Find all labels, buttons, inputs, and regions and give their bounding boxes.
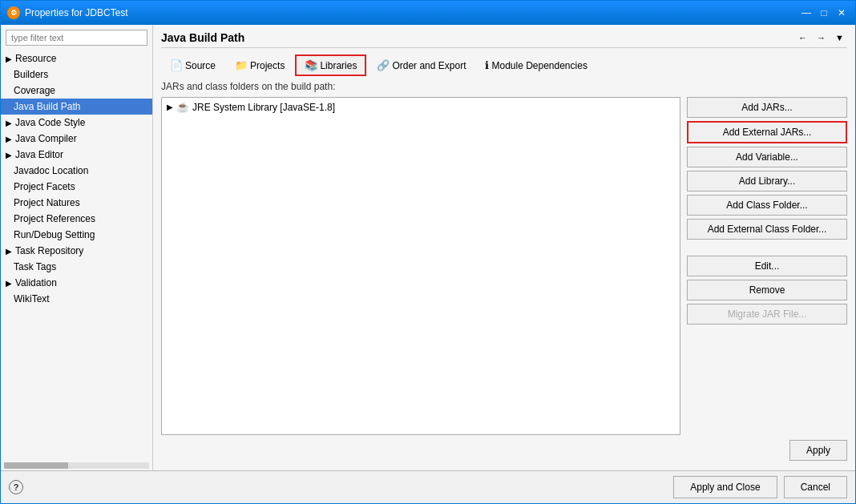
sidebar-item-label: WikiText [14,293,50,304]
footer-buttons: Apply and Close Cancel [673,476,847,498]
tab-libraries[interactable]: 📚Libraries [295,54,366,76]
sidebar: ▶ResourceBuildersCoverageJava Build Path… [1,25,153,470]
sidebar-item-label: Builders [14,69,48,80]
sidebar-item-label: Task Repository [15,245,83,256]
sidebar-item-project-facets[interactable]: Project Facets [1,179,152,195]
sidebar-item-task-repository[interactable]: ▶Task Repository [1,243,152,259]
nav-dropdown-button[interactable]: ▼ [832,31,847,44]
sidebar-item-javadoc-location[interactable]: Javadoc Location [1,163,152,179]
sidebar-item-label: Java Compiler [15,133,77,144]
content-area: ▶ResourceBuildersCoverageJava Build Path… [1,25,855,470]
sidebar-item-coverage[interactable]: Coverage [1,83,152,99]
expand-arrow-icon: ▶ [6,119,12,127]
sidebar-item-java-code-style[interactable]: ▶Java Code Style [1,115,152,131]
sidebar-item-java-editor[interactable]: ▶Java Editor [1,147,152,163]
panel-title: Java Build Path ← → ▼ [161,31,847,48]
remove-button[interactable]: Remove [687,280,847,300]
expand-arrow-icon: ▶ [6,151,12,159]
sidebar-item-label: Project Natures [14,197,80,208]
sidebar-item-project-natures[interactable]: Project Natures [1,195,152,211]
sidebar-item-java-build-path[interactable]: Java Build Path [1,99,152,115]
tree-item[interactable]: ▶☕JRE System Library [JavaSE-1.8] [164,99,678,115]
help-button[interactable]: ? [9,480,23,494]
tab-order-export[interactable]: 🔗Order and Export [368,55,474,75]
add-class-folder-button[interactable]: Add Class Folder... [687,195,847,216]
tab-module-dependencies[interactable]: ℹModule Dependencies [476,55,596,75]
sidebar-scrollbar[interactable] [4,462,149,469]
main-panel: Java Build Path ← → ▼ 📄Source📁Projects📚L… [153,25,855,470]
module-dependencies-tab-label: Module Dependencies [491,60,587,71]
sidebar-item-label: Javadoc Location [14,165,88,176]
sidebar-item-builders[interactable]: Builders [1,67,152,83]
sidebar-item-label: Project Facets [14,181,75,192]
module-dependencies-tab-icon: ℹ [485,59,489,71]
properties-window: ⚙ Properties for JDBCTest — □ ✕ ▶Resourc… [0,0,856,504]
sidebar-item-label: Resource [15,53,56,64]
order-export-tab-icon: 🔗 [377,59,390,71]
tab-projects[interactable]: 📁Projects [226,55,293,75]
expand-arrow-icon: ▶ [6,247,12,256]
expand-arrow-icon: ▶ [6,135,12,143]
sidebar-item-label: Project References [14,213,95,224]
libraries-tree[interactable]: ▶☕JRE System Library [JavaSE-1.8] [161,97,680,435]
tree-item-label: JRE System Library [JavaSE-1.8] [192,102,335,113]
projects-tab-icon: 📁 [235,59,248,71]
tabs: 📄Source📁Projects📚Libraries🔗Order and Exp… [161,54,847,76]
sidebar-item-validation[interactable]: ▶Validation [1,275,152,291]
sidebar-item-java-compiler[interactable]: ▶Java Compiler [1,131,152,147]
order-export-tab-label: Order and Export [392,60,466,71]
projects-tab-label: Projects [250,60,285,71]
migrate-jar-file-button: Migrate JAR File... [687,304,847,325]
build-path-area: ▶☕JRE System Library [JavaSE-1.8] Add JA… [161,97,847,435]
add-external-class-folder-button[interactable]: Add External Class Folder... [687,219,847,240]
sidebar-item-label: Task Tags [14,261,56,272]
edit-button[interactable]: Edit... [687,256,847,276]
sidebar-item-label: Run/Debug Setting [14,229,95,240]
sidebar-items: ▶ResourceBuildersCoverageJava Build Path… [1,50,152,461]
sidebar-item-label: Java Code Style [15,117,85,128]
expand-arrow-icon: ▶ [6,279,12,288]
build-path-description: JARs and class folders on the build path… [161,81,847,92]
maximize-button[interactable]: □ [817,6,831,20]
tab-source[interactable]: 📄Source [161,55,224,75]
sidebar-item-wikitext[interactable]: WikiText [1,291,152,307]
window-icon: ⚙ [7,6,20,19]
source-tab-label: Source [185,60,216,71]
apply-close-button[interactable]: Apply and Close [673,476,777,498]
footer: ? Apply and Close Cancel [1,470,855,503]
add-external-jars-button[interactable]: Add External JARs... [687,121,847,143]
cancel-button[interactable]: Cancel [784,476,847,498]
nav-back-button[interactable]: ← [795,31,810,44]
close-button[interactable]: ✕ [834,6,849,20]
action-buttons-panel: Add JARs...Add External JARs...Add Varia… [687,97,847,435]
apply-button[interactable]: Apply [789,440,847,461]
title-bar-controls: — □ ✕ [799,6,849,20]
minimize-button[interactable]: — [799,6,814,20]
sidebar-item-run-debug-setting[interactable]: Run/Debug Setting [1,227,152,243]
title-bar: ⚙ Properties for JDBCTest — □ ✕ [1,1,855,25]
sidebar-item-task-tags[interactable]: Task Tags [1,259,152,275]
sidebar-item-label: Validation [15,277,57,288]
nav-forward-button[interactable]: → [814,31,829,44]
libraries-tab-label: Libraries [320,60,357,71]
window-title: Properties for JDBCTest [25,7,799,18]
button-spacer [687,243,847,252]
libraries-tab-icon: 📚 [305,59,317,71]
sidebar-item-resource[interactable]: ▶Resource [1,50,152,67]
add-library-button[interactable]: Add Library... [687,171,847,192]
sidebar-item-label: Coverage [14,85,55,96]
tree-expand-icon: ▶ [167,103,173,111]
sidebar-item-project-references[interactable]: Project References [1,211,152,227]
sidebar-item-label: Java Build Path [14,101,80,112]
panel-nav: ← → ▼ [795,31,847,44]
source-tab-icon: 📄 [170,59,183,71]
expand-arrow-icon: ▶ [6,54,12,63]
add-jars-button[interactable]: Add JARs... [687,97,847,118]
add-variable-button[interactable]: Add Variable... [687,147,847,167]
sidebar-item-label: Java Editor [15,149,63,160]
filter-input[interactable] [6,30,147,46]
apply-area: Apply [161,435,847,464]
tree-item-icon: ☕ [176,101,189,113]
